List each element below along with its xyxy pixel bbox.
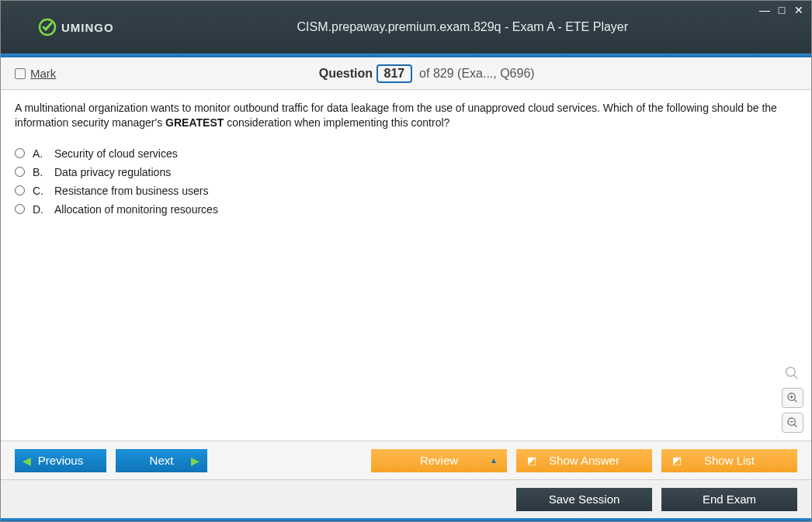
radio-icon[interactable] — [15, 148, 25, 158]
review-label: Review — [420, 454, 458, 467]
option-a[interactable]: A. Security of cloud services — [15, 144, 797, 163]
show-answer-button[interactable]: ◩ Show Answer — [516, 449, 652, 472]
dropdown-up-icon: ▲ — [490, 456, 498, 465]
logo-text: UMINGO — [61, 21, 114, 34]
titlebar: UMINGO CISM.prepaway.premium.exam.829q -… — [1, 1, 811, 54]
show-list-button[interactable]: ◩ Show List — [661, 449, 797, 472]
search-icon[interactable] — [782, 363, 802, 383]
option-text: Allocation of monitoring resources — [54, 203, 218, 216]
square-icon: ◩ — [527, 455, 536, 466]
svg-point-1 — [786, 368, 796, 377]
question-header: Mark Question 817 of 829 (Exa..., Q696) — [1, 57, 811, 90]
option-letter: D. — [33, 203, 47, 216]
end-exam-label: End Exam — [703, 493, 756, 506]
mark-toggle[interactable]: Mark — [15, 67, 56, 80]
arrow-left-icon: ◀ — [23, 455, 31, 467]
app-window: UMINGO CISM.prepaway.premium.exam.829q -… — [0, 0, 812, 522]
mark-checkbox[interactable] — [15, 68, 26, 79]
option-b[interactable]: B. Data privacy regulations — [15, 163, 797, 181]
radio-icon[interactable] — [15, 204, 25, 214]
option-text: Resistance from business users — [54, 185, 208, 197]
question-counter: Question 817 of 829 (Exa..., Q696) — [56, 64, 797, 83]
next-button[interactable]: Next ▶ — [116, 449, 207, 472]
zoom-out-button[interactable] — [782, 413, 803, 433]
show-answer-label: Show Answer — [549, 454, 619, 467]
question-number: 817 — [377, 64, 413, 83]
question-text: A multinational organization wants to mo… — [15, 101, 797, 130]
square-icon: ◩ — [672, 455, 682, 466]
option-d[interactable]: D. Allocation of monitoring resources — [15, 200, 797, 219]
svg-line-4 — [794, 399, 796, 402]
option-letter: B. — [33, 166, 47, 178]
maximize-button[interactable]: □ — [776, 4, 788, 16]
question-text-suffix: consideration when implementing this con… — [224, 116, 449, 129]
save-session-button[interactable]: Save Session — [516, 488, 652, 511]
review-button[interactable]: Review ▲ — [371, 449, 507, 472]
question-total: 829 — [433, 67, 454, 80]
radio-icon[interactable] — [15, 185, 25, 195]
option-c[interactable]: C. Resistance from business users — [15, 181, 797, 200]
bottom-accent-bar — [1, 518, 811, 521]
option-letter: C. — [33, 185, 47, 197]
window-title: CISM.prepaway.premium.exam.829q - Exam A… — [114, 20, 811, 34]
option-text: Data privacy regulations — [54, 166, 171, 178]
next-label: Next — [150, 454, 174, 467]
svg-line-2 — [794, 375, 798, 379]
window-controls: — □ ✕ — [758, 4, 805, 16]
zoom-in-button[interactable] — [782, 388, 803, 408]
minimize-button[interactable]: — — [758, 4, 771, 16]
save-session-label: Save Session — [549, 493, 620, 506]
question-label: Question — [319, 67, 373, 80]
close-button[interactable]: ✕ — [793, 4, 805, 16]
footer-primary: ◀ Previous Next ▶ Review ▲ ◩ Show Answer… — [1, 441, 811, 479]
svg-line-8 — [794, 424, 796, 427]
question-text-bold: GREATEST — [165, 116, 224, 129]
arrow-right-icon: ▶ — [191, 455, 200, 467]
previous-button[interactable]: ◀ Previous — [15, 449, 106, 472]
end-exam-button[interactable]: End Exam — [661, 488, 797, 511]
logo: UMINGO — [38, 18, 114, 36]
zoom-controls — [782, 363, 803, 433]
option-letter: A. — [33, 147, 47, 160]
question-suffix: (Exa..., Q696) — [457, 67, 535, 80]
mark-label: Mark — [30, 67, 56, 80]
of-label: of — [419, 67, 429, 80]
radio-icon[interactable] — [15, 167, 25, 177]
show-list-label: Show List — [704, 454, 755, 467]
footer-secondary: Save Session End Exam — [1, 479, 811, 518]
question-content: A multinational organization wants to mo… — [1, 90, 811, 441]
option-text: Security of cloud services — [54, 147, 178, 160]
logo-checkmark-icon — [38, 18, 57, 36]
options-list: A. Security of cloud services B. Data pr… — [15, 144, 797, 219]
previous-label: Previous — [38, 454, 83, 467]
